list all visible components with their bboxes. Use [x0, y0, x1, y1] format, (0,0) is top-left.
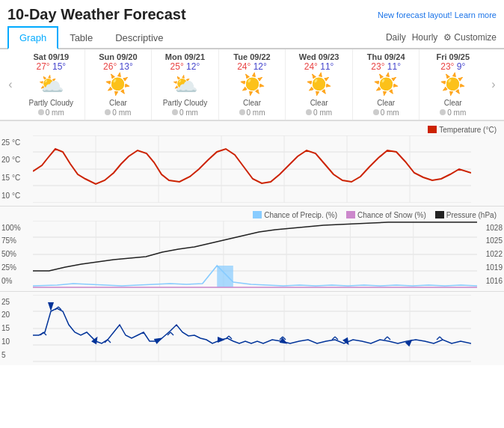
precip-legend-item: Chance of Precip. (%) [253, 211, 337, 219]
temp-y-axis: 25 °C 20 °C 15 °C 10 °C [0, 135, 33, 203]
temp-svg [33, 135, 471, 203]
temp-legend-item: Temperature (°C) [428, 126, 497, 134]
day-description: Partly Cloudy [19, 99, 83, 107]
tab-graph[interactable]: Graph [7, 26, 58, 49]
day-date: Fri 09/25 [421, 52, 485, 61]
hourly-button[interactable]: Hourly [412, 32, 438, 43]
learn-more-link[interactable]: Learn more [455, 10, 497, 19]
temperature-chart: 25 °C 20 °C 15 °C 10 °C [0, 135, 504, 203]
day-temps: 27° 15° [19, 61, 83, 72]
precip-icon [373, 109, 379, 115]
day-date: Mon 09/21 [153, 52, 217, 61]
legend-label: Chance of Precip. (%) [264, 211, 337, 219]
temp-low: 13° [120, 61, 133, 72]
day-precip: 0 mm [421, 108, 485, 117]
tab-table[interactable]: Table [58, 27, 104, 49]
temp-high: 23° [371, 61, 384, 72]
new-layout-text: New forecast layout! [378, 10, 452, 19]
temp-high: 24° [304, 61, 318, 72]
legend-color-swatch [346, 211, 355, 218]
wind-chart-inner [33, 295, 471, 362]
weather-icon: ⛅ [153, 72, 217, 97]
day-date: Thu 09/24 [354, 52, 418, 61]
page-title: 10-Day Weather Forecast [7, 6, 186, 23]
day-cell: Sun 09/20 26° 13° ☀️ Clear 0 mm [84, 49, 152, 120]
tab-descriptive[interactable]: Descriptive [104, 27, 174, 49]
gear-icon: ⚙ [443, 32, 452, 43]
day-temps: 24° 12° [221, 61, 284, 72]
precip-value: 0 mm [179, 108, 198, 117]
wind-chart-section: 25 20 15 10 5 [0, 291, 504, 365]
day-temps: 24° 11° [287, 61, 351, 72]
weather-icon: ☀️ [354, 72, 418, 97]
temp-low: 12° [186, 61, 200, 72]
precip-y-axis: 100% 75% 50% 25% 0% [0, 221, 33, 288]
day-date: Tue 09/22 [221, 52, 284, 61]
day-temps: 23° 9° [421, 61, 485, 72]
wind-svg [33, 295, 471, 362]
precip-value: 0 mm [313, 108, 332, 117]
weather-icon: ⛅ [19, 72, 83, 97]
weather-icon: ☀️ [287, 72, 351, 97]
day-precip: 0 mm [87, 108, 150, 117]
day-cells: Sat 09/19 27° 15° ⛅ Partly Cloudy 0 mm S… [18, 49, 486, 120]
day-cell: Sat 09/19 27° 15° ⛅ Partly Cloudy 0 mm [18, 49, 84, 120]
precip-icon [38, 109, 44, 115]
day-description: Partly Cloudy [153, 99, 217, 107]
day-precip: 0 mm [354, 108, 418, 117]
temp-low: 12° [253, 61, 267, 72]
precip-value: 0 mm [247, 108, 265, 117]
wind-chart: 25 20 15 10 5 [0, 295, 504, 362]
forecast-row: ‹ Sat 09/19 27° 15° ⛅ Partly Cloudy 0 mm… [0, 49, 504, 120]
temp-high: 26° [103, 61, 117, 72]
legend-label: Chance of Snow (%) [357, 211, 426, 219]
customize-button[interactable]: ⚙ Customize [443, 32, 497, 43]
legend-color-swatch [253, 211, 262, 218]
tab-right-controls: Daily Hourly ⚙ Customize [386, 32, 497, 43]
temperature-chart-section: Temperature (°C) 25 °C 20 °C 15 °C 10 °C [0, 120, 504, 206]
day-description: Clear [421, 99, 485, 107]
tab-bar: Graph Table Descriptive Daily Hourly ⚙ C… [0, 26, 504, 49]
day-cell: Tue 09/22 24° 12° ☀️ Clear 0 mm [218, 49, 286, 120]
weather-icon: ☀️ [87, 72, 150, 97]
day-precip: 0 mm [153, 108, 217, 117]
precip-legend-item: Chance of Snow (%) [346, 211, 426, 219]
precip-value: 0 mm [447, 108, 466, 117]
temp-high: 25° [170, 61, 184, 72]
precip-value: 0 mm [112, 108, 131, 117]
precip-icon [105, 109, 111, 115]
next-arrow[interactable]: › [486, 78, 501, 91]
precip-icon [440, 109, 446, 115]
temp-low: 11° [387, 61, 401, 72]
temp-high: 27° [36, 61, 49, 72]
daily-button[interactable]: Daily [386, 32, 406, 43]
wind-y-axis: 25 20 15 10 5 [0, 295, 33, 362]
temp-legend-label: Temperature (°C) [439, 126, 497, 134]
day-cell: Wed 09/23 24° 11° ☀️ Clear 0 mm [285, 49, 352, 120]
day-precip: 0 mm [221, 108, 284, 117]
precip-legend-item: Pressure (hPa) [435, 211, 497, 219]
day-precip: 0 mm [19, 108, 83, 117]
day-temps: 23° 11° [354, 61, 418, 72]
prev-arrow[interactable]: ‹ [3, 78, 18, 91]
day-date: Wed 09/23 [287, 52, 351, 61]
precip-icon [306, 109, 312, 115]
precip-value: 0 mm [381, 108, 399, 117]
precip-chart-section: Chance of Precip. (%) Chance of Snow (%)… [0, 206, 504, 291]
new-layout-link[interactable]: New forecast layout! Learn more [378, 10, 497, 19]
day-temps: 26° 13° [87, 61, 150, 72]
customize-label: Customize [454, 32, 497, 43]
precip-icon [239, 109, 245, 115]
day-date: Sat 09/19 [19, 52, 83, 61]
precip-value: 0 mm [46, 108, 64, 117]
precip-svg [33, 221, 477, 288]
precip-legend: Chance of Precip. (%) Chance of Snow (%)… [0, 210, 504, 221]
temp-high: 23° [440, 61, 454, 72]
temp-low: 15° [52, 61, 66, 72]
weather-icon: ☀️ [421, 72, 485, 97]
precip-chart: 100% 75% 50% 25% 0% 1028 1025 1022 1019 … [0, 221, 504, 288]
day-description: Clear [221, 99, 284, 107]
day-description: Clear [287, 99, 351, 107]
temp-low: 9° [457, 61, 465, 72]
legend-color-swatch [435, 211, 444, 218]
